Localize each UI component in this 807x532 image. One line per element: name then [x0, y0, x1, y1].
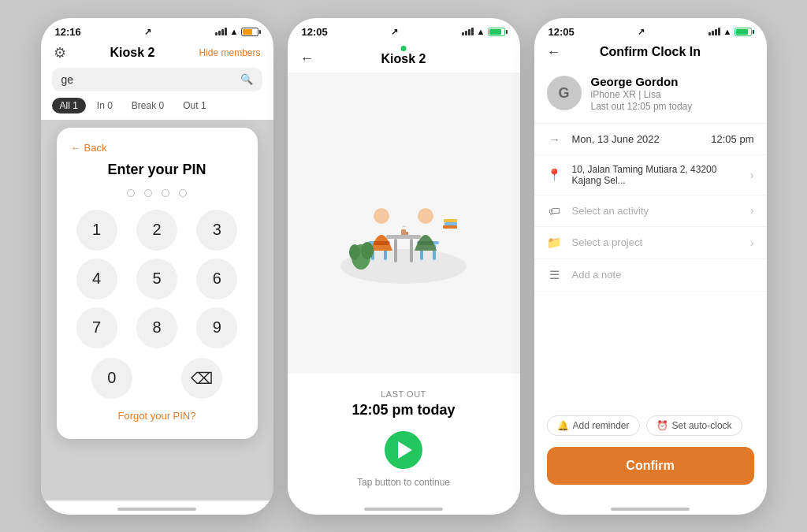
- cafe-illustration: [325, 156, 482, 290]
- note-text: Add a note: [572, 269, 754, 281]
- numpad-6[interactable]: 6: [196, 259, 237, 299]
- status-icons-1: ▲: [215, 27, 259, 36]
- location-arrow-3: ↗: [638, 27, 645, 37]
- activity-row[interactable]: 🏷 Select an activity ›: [534, 195, 767, 227]
- svg-rect-22: [444, 219, 457, 222]
- svg-rect-14: [401, 229, 406, 235]
- date-text: Mon, 13 June 2022: [572, 133, 702, 145]
- bottom-area: 🔔 Add reminder ⏰ Set auto-clock Confirm: [534, 406, 767, 500]
- confirm-title: Confirm Clock In: [571, 45, 731, 59]
- battery-icon-2: [488, 28, 505, 36]
- kiosk-title-2: Kiosk 2: [381, 52, 426, 66]
- user-details: George Gordon iPhone XR | Lisa Last out …: [591, 75, 693, 112]
- user-info-row: G George Gordon iPhone XR | Lisa Last ou…: [534, 67, 767, 124]
- pin-dot-3: [162, 189, 169, 197]
- confirm-body: → Mon, 13 June 2022 12:05 pm 📍 10, Jalan…: [534, 124, 767, 500]
- tab-all[interactable]: All 1: [52, 98, 86, 113]
- status-bar-1: 12:16 ↗ ▲: [41, 18, 273, 41]
- phone-3: 12:05 ↗ ▲ ← Confirm Clock In G George Go…: [534, 18, 767, 515]
- activity-icon: 🏷: [547, 204, 563, 218]
- kiosk-title-1: Kiosk 2: [110, 46, 155, 60]
- activity-chevron: ›: [750, 204, 754, 217]
- last-out-label: LAST OUT: [300, 389, 508, 399]
- back-arrow-2[interactable]: ←: [300, 50, 314, 67]
- gear-icon[interactable]: ⚙: [54, 44, 66, 61]
- numpad-5[interactable]: 5: [136, 259, 177, 299]
- phone1-header: ⚙ Kiosk 2 Hide members: [41, 41, 273, 68]
- battery-icon-3: [734, 28, 752, 36]
- phone3-header: ← Confirm Clock In: [534, 41, 767, 67]
- signal-icon-3: [708, 28, 720, 35]
- user-avatar: G: [547, 76, 582, 110]
- pin-dot-4: [179, 189, 187, 197]
- location-text: 10, Jalan Taming Mutiara 2, 43200 Kajang…: [572, 164, 741, 186]
- pin-back-button[interactable]: ← Back: [71, 142, 244, 154]
- svg-rect-2: [394, 239, 397, 262]
- svg-point-12: [418, 208, 433, 224]
- home-indicator-3: [534, 500, 767, 515]
- pin-dot-2: [144, 189, 152, 197]
- numpad-9[interactable]: 9: [196, 307, 237, 348]
- numpad-bottom: 0 ⌫: [71, 358, 244, 399]
- user-name: George Gordon: [591, 75, 693, 88]
- numpad-1[interactable]: 1: [76, 210, 117, 251]
- numpad-0[interactable]: 0: [91, 358, 132, 399]
- svg-rect-20: [443, 225, 457, 229]
- phone1-body: ← Back Enter your PIN 1 2 3 4 5 6 7 8 9: [41, 120, 273, 500]
- back-arrow-icon: ←: [71, 142, 81, 154]
- illustration-area: [288, 73, 520, 374]
- location-row[interactable]: 📍 10, Jalan Taming Mutiara 2, 43200 Kaja…: [534, 155, 767, 195]
- back-arrow-3[interactable]: ←: [547, 44, 561, 61]
- wifi-icon-3: ▲: [723, 27, 732, 36]
- time-1: 12:16: [55, 26, 81, 38]
- hide-members-button[interactable]: Hide members: [199, 47, 260, 58]
- svg-point-10: [374, 208, 389, 224]
- phone-1: 12:16 ↗ ▲ ⚙ Kiosk 2 Hide members ge 🔍 Al…: [41, 18, 273, 515]
- tab-in[interactable]: In 0: [89, 98, 121, 113]
- search-icon: 🔍: [240, 73, 253, 85]
- location-arrow-2: ↗: [391, 27, 398, 37]
- time-text: 12:05 pm: [711, 133, 753, 145]
- project-text: Select a project: [572, 236, 741, 248]
- home-indicator-2: [288, 500, 520, 515]
- status-bar-2: 12:05 ↗ ▲: [288, 18, 520, 41]
- project-row[interactable]: 📁 Select a project ›: [534, 227, 767, 259]
- play-button[interactable]: [385, 431, 422, 469]
- tabs-row: All 1 In 0 Break 0 Out 1: [52, 98, 262, 113]
- date-row: → Mon, 13 June 2022 12:05 pm: [534, 124, 767, 155]
- last-out-time: 12:05 pm today: [300, 402, 508, 419]
- tab-out[interactable]: Out 1: [175, 98, 214, 113]
- svg-rect-3: [410, 239, 413, 262]
- notification-dot-area: [288, 41, 520, 49]
- status-icons-3: ▲: [708, 27, 753, 36]
- note-row[interactable]: ☰ Add a note: [534, 259, 767, 292]
- pin-title: Enter your PIN: [71, 162, 244, 178]
- status-icons-2: ▲: [462, 27, 506, 36]
- numpad-4[interactable]: 4: [76, 259, 117, 299]
- set-auto-clock-button[interactable]: ⏰ Set auto-clock: [646, 415, 742, 436]
- project-icon: 📁: [547, 236, 563, 250]
- wifi-icon-1: ▲: [230, 27, 239, 36]
- svg-rect-11: [374, 241, 389, 245]
- confirm-button[interactable]: Confirm: [547, 447, 754, 485]
- numpad-8[interactable]: 8: [136, 307, 177, 348]
- reminder-icon: 🔔: [557, 420, 569, 431]
- signal-icon-2: [462, 28, 474, 35]
- activity-text: Select an activity: [572, 205, 741, 217]
- phone-2: 12:05 ↗ ▲ ← Kiosk 2: [288, 18, 520, 515]
- numpad-3[interactable]: 3: [196, 210, 237, 251]
- search-bar[interactable]: ge 🔍: [52, 68, 262, 91]
- tab-break[interactable]: Break 0: [124, 98, 172, 113]
- numpad-2[interactable]: 2: [136, 210, 177, 251]
- search-value: ge: [61, 73, 74, 86]
- svg-rect-21: [444, 222, 457, 225]
- status-bar-3: 12:05 ↗ ▲: [534, 18, 767, 41]
- numpad-backspace[interactable]: ⌫: [181, 358, 222, 399]
- pin-dot-1: [127, 189, 135, 197]
- add-reminder-button[interactable]: 🔔 Add reminder: [547, 415, 640, 436]
- location-arrow-1: ↗: [144, 27, 151, 37]
- project-chevron: ›: [750, 236, 754, 249]
- numpad-7[interactable]: 7: [76, 307, 117, 348]
- forgot-pin-button[interactable]: Forgot your PIN?: [71, 410, 244, 422]
- user-device: iPhone XR | Lisa: [591, 89, 693, 100]
